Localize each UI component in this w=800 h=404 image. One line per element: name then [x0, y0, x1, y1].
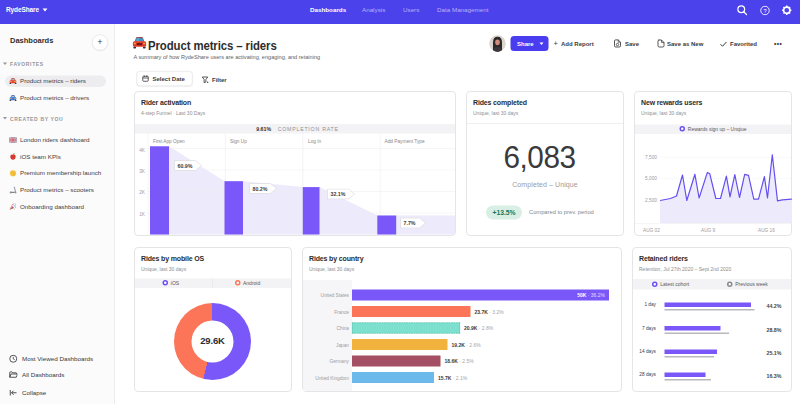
- svg-text:?: ?: [763, 8, 766, 14]
- svg-text:60.9%: 60.9%: [178, 163, 193, 169]
- svg-text:80.2%: 80.2%: [253, 186, 268, 192]
- svg-text:7.7%: 7.7%: [404, 220, 416, 226]
- svg-text:32.1%: 32.1%: [331, 191, 346, 197]
